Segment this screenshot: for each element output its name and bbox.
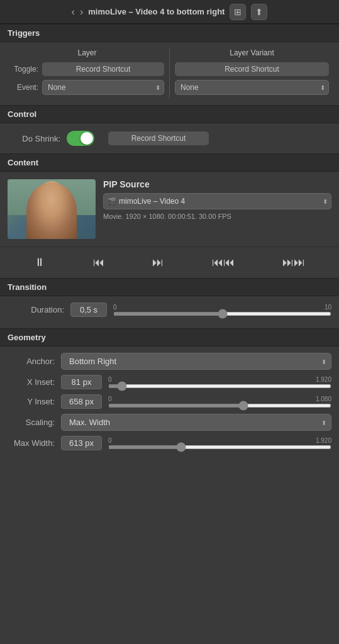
- do-shrink-toggle[interactable]: [67, 131, 94, 146]
- y-inset-value[interactable]: 658 px: [61, 394, 102, 409]
- x-inset-label: X Inset:: [8, 377, 61, 387]
- x-inset-row: X Inset: 81 px 0 1.920: [8, 375, 331, 389]
- source-select-wrapper: mimoLive – Video 4 mimoLive – Video 1 mi…: [103, 193, 331, 209]
- skip-forward-button[interactable]: ⏭⏭: [277, 253, 310, 272]
- x-inset-slider-container: 0 1.920: [108, 376, 331, 388]
- layer-event-select[interactable]: None On Start On Stop: [42, 80, 164, 95]
- y-inset-row: Y Inset: 658 px 0 1.080: [8, 394, 331, 409]
- control-header: Control: [0, 105, 339, 123]
- pip-thumbnail: [8, 179, 96, 239]
- x-inset-slider[interactable]: [108, 384, 331, 388]
- duration-value[interactable]: 0,5 s: [70, 303, 107, 317]
- control-shortcut-btn[interactable]: Record Shortcut: [108, 131, 209, 145]
- event-row-layer: Event: None On Start On Stop: [10, 80, 164, 95]
- duration-row: Duration: 0,5 s 0 10: [8, 303, 331, 317]
- pip-info: PIP Source mimoLive – Video 4 mimoLive –…: [103, 179, 331, 220]
- duration-label: Duration:: [8, 305, 70, 314]
- transition-panel: Duration: 0,5 s 0 10: [0, 296, 339, 328]
- variant-event-select-wrapper: None On Start On Stop: [175, 80, 329, 95]
- add-button[interactable]: ⊞: [230, 4, 246, 20]
- max-width-label: Max Width:: [8, 438, 61, 448]
- triggers-panel: Layer Toggle: Record Shortcut Event: Non…: [0, 42, 339, 105]
- scaling-select[interactable]: Max. Width Max. Height Fixed Size: [61, 414, 331, 431]
- anchor-row: Anchor: Bottom Right Bottom Left Top Rig…: [8, 353, 331, 370]
- step-forward-button[interactable]: ⏭: [147, 253, 169, 272]
- content-panel: PIP Source mimoLive – Video 4 mimoLive –…: [0, 172, 339, 247]
- content-header: Content: [0, 153, 339, 172]
- toggle-row-variant: Record Shortcut: [175, 62, 329, 76]
- pip-source-title: PIP Source: [103, 179, 331, 189]
- geometry-panel: Anchor: Bottom Right Bottom Left Top Rig…: [0, 347, 339, 462]
- forward-arrow[interactable]: ›: [80, 6, 83, 18]
- playback-controls: ⏸ ⏮ ⏭ ⏮⏮ ⏭⏭: [0, 247, 339, 278]
- control-panel: Do Shrink: Record Shortcut: [0, 123, 339, 153]
- variant-toggle-shortcut-btn[interactable]: Record Shortcut: [175, 62, 329, 76]
- layer-event-select-wrapper: None On Start On Stop: [42, 80, 164, 95]
- event-row-variant: None On Start On Stop: [175, 80, 329, 95]
- transition-header: Transition: [0, 278, 339, 296]
- variant-event-select[interactable]: None On Start On Stop: [175, 80, 329, 95]
- anchor-select-wrapper: Bottom Right Bottom Left Top Right Top L…: [61, 353, 331, 370]
- window-title: mimoLive – Video 4 to bottom right: [88, 7, 225, 16]
- layer-variant-column: Layer Variant Record Shortcut None On St…: [170, 48, 331, 99]
- max-width-value[interactable]: 613 px: [61, 436, 102, 450]
- toggle-label: Toggle:: [10, 65, 38, 74]
- pause-button[interactable]: ⏸: [29, 253, 50, 272]
- do-shrink-label: Do Shrink:: [10, 134, 60, 143]
- x-inset-value[interactable]: 81 px: [61, 375, 102, 389]
- max-width-slider[interactable]: [108, 445, 331, 449]
- scaling-select-wrapper: Max. Width Max. Height Fixed Size: [61, 414, 331, 431]
- export-button[interactable]: ⬆: [251, 4, 267, 20]
- layer-variant-col-label: Layer Variant: [230, 48, 274, 57]
- source-select[interactable]: mimoLive – Video 4 mimoLive – Video 1 mi…: [103, 193, 331, 209]
- scaling-label: Scaling:: [8, 418, 61, 427]
- layer-col-label: Layer: [77, 48, 96, 57]
- person-body: [26, 182, 77, 239]
- pip-container: PIP Source mimoLive – Video 4 mimoLive –…: [8, 179, 331, 239]
- anchor-select[interactable]: Bottom Right Bottom Left Top Right Top L…: [61, 353, 331, 370]
- event-label: Event:: [10, 83, 38, 92]
- do-shrink-row: Do Shrink: Record Shortcut: [10, 131, 329, 146]
- triggers-header: Triggers: [0, 24, 339, 42]
- max-width-slider-container: 0 1.920: [108, 437, 331, 449]
- anchor-label: Anchor:: [8, 357, 61, 366]
- step-back-button[interactable]: ⏮: [88, 253, 109, 272]
- layer-toggle-shortcut-btn[interactable]: Record Shortcut: [42, 62, 164, 76]
- duration-slider-container: 0 10: [113, 304, 331, 316]
- layer-column: Layer Toggle: Record Shortcut Event: Non…: [8, 48, 170, 99]
- y-inset-label: Y Inset:: [8, 397, 61, 406]
- y-inset-slider[interactable]: [108, 404, 331, 408]
- y-inset-slider-container: 0 1.080: [108, 396, 331, 408]
- title-bar: ‹ › mimoLive – Video 4 to bottom right ⊞…: [0, 0, 339, 24]
- skip-back-button[interactable]: ⏮⏮: [207, 253, 240, 272]
- back-arrow[interactable]: ‹: [72, 6, 75, 18]
- toggle-row-layer: Toggle: Record Shortcut: [10, 62, 164, 76]
- movie-info: Movie. 1920 × 1080. 00:00:51. 30.00 FPS: [103, 213, 331, 220]
- scaling-row: Scaling: Max. Width Max. Height Fixed Si…: [8, 414, 331, 431]
- geometry-header: Geometry: [0, 328, 339, 347]
- max-width-row: Max Width: 613 px 0 1.920: [8, 436, 331, 450]
- duration-slider[interactable]: [113, 312, 331, 316]
